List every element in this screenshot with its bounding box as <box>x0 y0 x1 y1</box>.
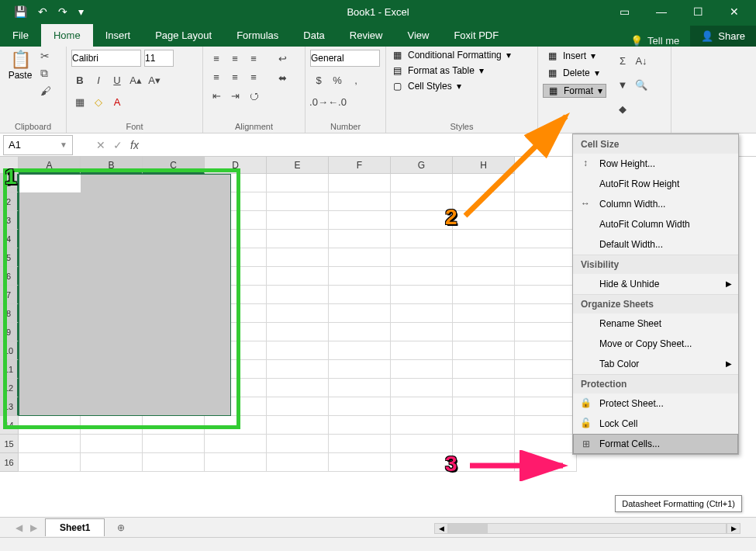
menu-move-copy[interactable]: Move or Copy Sheet... <box>573 334 738 354</box>
cell[interactable] <box>329 416 391 435</box>
cell[interactable] <box>391 304 453 323</box>
orientation-button[interactable]: ⭯ <box>245 87 262 104</box>
cell[interactable] <box>391 379 453 397</box>
cell[interactable] <box>391 192 453 211</box>
cell[interactable] <box>81 453 143 472</box>
merge-button[interactable]: ⬌ <box>267 69 298 86</box>
cell[interactable] <box>515 416 577 435</box>
cell[interactable] <box>329 211 391 230</box>
format-as-table-button[interactable]: ▤Format as Table ▾ <box>391 65 511 76</box>
format-cells-button[interactable]: ▦Format ▾ <box>543 84 606 98</box>
cell[interactable] <box>267 304 329 323</box>
name-box-dropdown-icon[interactable]: ▼ <box>60 140 67 149</box>
enter-formula-icon[interactable]: ✓ <box>113 139 123 151</box>
cell[interactable] <box>515 192 577 211</box>
tab-page-layout[interactable]: Page Layout <box>143 24 224 47</box>
wrap-text-button[interactable]: ↩ <box>267 50 298 67</box>
cell[interactable] <box>19 435 81 453</box>
cell[interactable] <box>329 323 391 341</box>
font-color-button[interactable]: A <box>109 93 126 110</box>
cell[interactable] <box>267 435 329 453</box>
minimize-button[interactable]: — <box>656 5 667 18</box>
cell[interactable] <box>329 379 391 397</box>
increase-decimal-button[interactable]: .0→ <box>310 93 327 110</box>
cell[interactable] <box>205 435 267 453</box>
number-format-select[interactable] <box>310 50 380 67</box>
cell[interactable] <box>515 174 577 192</box>
menu-default-width[interactable]: Default Width... <box>573 234 738 255</box>
row-header-8[interactable]: 8 <box>0 304 19 323</box>
menu-tab-color[interactable]: Tab Color▶ <box>573 354 738 374</box>
menu-rename-sheet[interactable]: Rename Sheet <box>573 314 738 334</box>
decrease-decimal-button[interactable]: ←.0 <box>329 93 346 110</box>
cell[interactable] <box>267 379 329 397</box>
cell[interactable] <box>453 360 515 379</box>
conditional-formatting-button[interactable]: ▦Conditional Formatting ▾ <box>391 50 511 61</box>
align-middle-button[interactable]: ≡ <box>226 50 243 67</box>
cell[interactable] <box>329 192 391 211</box>
cell[interactable] <box>267 323 329 341</box>
cell[interactable] <box>453 304 515 323</box>
column-header-d[interactable]: D <box>205 157 267 174</box>
share-button[interactable]: 👤 Share <box>690 26 756 47</box>
cell[interactable] <box>391 267 453 286</box>
align-top-button[interactable]: ≡ <box>208 50 225 67</box>
sheet-nav-prev[interactable]: ◀ <box>16 522 22 533</box>
cell[interactable] <box>81 416 143 435</box>
align-center-button[interactable]: ≡ <box>226 68 243 85</box>
column-header-f[interactable]: F <box>329 157 391 174</box>
cell[interactable] <box>267 397 329 416</box>
cell[interactable] <box>453 286 515 304</box>
autosum-button[interactable]: Σ <box>614 52 631 69</box>
tab-formulas[interactable]: Formulas <box>224 24 291 47</box>
row-header-5[interactable]: 5 <box>0 248 19 267</box>
cell[interactable] <box>515 323 577 341</box>
cell[interactable] <box>391 230 453 248</box>
cell[interactable] <box>267 453 329 472</box>
bold-button[interactable]: B <box>71 71 88 88</box>
tell-me[interactable]: 💡 Tell me <box>620 35 690 47</box>
sheet-nav-next[interactable]: ▶ <box>30 522 37 533</box>
cell[interactable] <box>453 416 515 435</box>
menu-protect-sheet[interactable]: 🔒Protect Sheet... <box>573 393 738 414</box>
row-header-7[interactable]: 7 <box>0 286 19 304</box>
cell[interactable] <box>329 453 391 472</box>
cell[interactable] <box>515 248 577 267</box>
tab-insert[interactable]: Insert <box>93 24 143 47</box>
cell[interactable] <box>515 267 577 286</box>
find-button[interactable]: 🔍 <box>633 76 650 93</box>
column-header-c[interactable]: C <box>143 157 205 174</box>
align-bottom-button[interactable]: ≡ <box>245 50 262 67</box>
cell[interactable] <box>391 360 453 379</box>
cell[interactable] <box>391 286 453 304</box>
fill-button[interactable]: ▼ <box>614 76 631 93</box>
cell[interactable] <box>391 453 453 472</box>
cell[interactable] <box>515 341 577 360</box>
undo-icon[interactable]: ↶ <box>38 5 47 18</box>
menu-format-cells[interactable]: ⊞Format Cells... <box>573 434 738 454</box>
cell[interactable] <box>205 453 267 472</box>
active-cell[interactable] <box>19 175 81 192</box>
cell[interactable] <box>267 248 329 267</box>
cell-styles-button[interactable]: ▢Cell Styles ▾ <box>391 81 511 92</box>
cell[interactable] <box>267 360 329 379</box>
cell[interactable] <box>329 397 391 416</box>
cell[interactable] <box>329 341 391 360</box>
column-header-e[interactable]: E <box>267 157 329 174</box>
cell[interactable] <box>515 211 577 230</box>
maximize-button[interactable]: ☐ <box>693 5 703 18</box>
row-header-10[interactable]: 10 <box>0 341 19 360</box>
increase-indent-button[interactable]: ⇥ <box>226 87 243 104</box>
fill-color-button[interactable]: ◇ <box>90 93 107 110</box>
cell[interactable] <box>329 230 391 248</box>
insert-cells-button[interactable]: ▦Insert ▾ <box>543 50 606 62</box>
row-header-6[interactable]: 6 <box>0 267 19 286</box>
cell[interactable] <box>453 211 515 230</box>
scroll-right-button[interactable]: ▶ <box>727 523 740 534</box>
cell[interactable] <box>19 453 81 472</box>
save-icon[interactable]: 💾 <box>14 5 27 18</box>
cell[interactable] <box>267 267 329 286</box>
cell[interactable] <box>329 174 391 192</box>
cell[interactable] <box>329 267 391 286</box>
cell[interactable] <box>329 286 391 304</box>
